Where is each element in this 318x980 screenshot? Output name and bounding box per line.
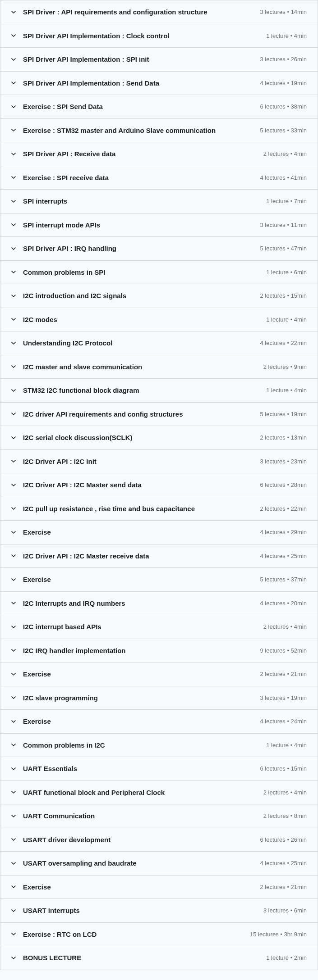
chevron-down-icon xyxy=(11,364,16,369)
section-row[interactable]: I2C Interrupts and IRQ numbers4 lectures… xyxy=(0,592,318,616)
section-left: SPI Driver API : IRQ handling xyxy=(11,244,253,253)
section-title: Exercise xyxy=(23,528,51,537)
section-left: I2C slave programming xyxy=(11,694,253,703)
chevron-down-icon xyxy=(11,436,16,440)
section-row[interactable]: SPI Driver API : Receive data2 lectures … xyxy=(0,142,318,166)
section-title: SPI Driver API : Receive data xyxy=(23,150,115,159)
section-meta: 6 lectures • 28min xyxy=(260,481,307,488)
section-title: SPI Driver API : IRQ handling xyxy=(23,244,116,253)
section-meta: 4 lectures • 20min xyxy=(260,600,307,607)
chevron-down-icon xyxy=(11,790,16,794)
section-meta: 2 lectures • 4min xyxy=(263,150,307,157)
section-row[interactable]: I2C introduction and I2C signals2 lectur… xyxy=(0,284,318,308)
section-left: Exercise xyxy=(11,717,253,726)
section-row[interactable]: USART oversampling and baudrate4 lecture… xyxy=(0,852,318,876)
section-left: UART Essentials xyxy=(11,764,253,773)
section-title: BONUS LECTURE xyxy=(23,953,81,962)
section-meta: 4 lectures • 41min xyxy=(260,174,307,181)
section-row[interactable]: UART Essentials6 lectures • 15min xyxy=(0,757,318,781)
section-row[interactable]: I2C slave programming3 lectures • 19min xyxy=(0,686,318,710)
section-title: I2C modes xyxy=(23,315,57,324)
section-row[interactable]: I2C Driver API : I2C Master send data6 l… xyxy=(0,473,318,497)
section-row[interactable]: Exercise4 lectures • 24min xyxy=(0,710,318,734)
section-title: Exercise : SPI Send Data xyxy=(23,102,103,111)
section-title: UART Essentials xyxy=(23,764,77,773)
section-left: SPI Driver API : Receive data xyxy=(11,150,256,159)
chevron-down-icon xyxy=(11,57,16,62)
section-row[interactable]: UART Communication2 lectures • 8min xyxy=(0,804,318,828)
section-meta: 2 lectures • 4min xyxy=(263,623,307,630)
section-row[interactable]: Exercise : SPI receive data4 lectures • … xyxy=(0,166,318,190)
section-row[interactable]: Exercise4 lectures • 29min xyxy=(0,521,318,544)
section-row[interactable]: Exercise2 lectures • 21min xyxy=(0,876,318,899)
section-title: Exercise : STM32 master and Arduino Slav… xyxy=(23,126,216,135)
section-row[interactable]: I2C modes1 lecture • 4min xyxy=(0,308,318,332)
section-row[interactable]: SPI interrupt mode APIs3 lectures • 11mi… xyxy=(0,213,318,237)
section-row[interactable]: SPI Driver API Implementation : Clock co… xyxy=(0,24,318,48)
section-row[interactable]: Understanding I2C Protocol4 lectures • 2… xyxy=(0,331,318,355)
section-left: STM32 I2C functional block diagram xyxy=(11,386,259,395)
chevron-down-icon xyxy=(11,506,16,511)
section-row[interactable]: Exercise : SPI Send Data6 lectures • 38m… xyxy=(0,95,318,119)
section-title: UART Communication xyxy=(23,812,95,821)
section-row[interactable]: Common problems in I2C1 lecture • 4min xyxy=(0,734,318,758)
section-title: SPI Driver API Implementation : SPI init xyxy=(23,55,149,64)
section-row[interactable]: I2C interrupt based APIs2 lectures • 4mi… xyxy=(0,615,318,639)
chevron-down-icon xyxy=(11,956,16,960)
section-left: I2C IRQ handler implementation xyxy=(11,646,253,655)
section-row[interactable]: I2C Driver API : I2C Init3 lectures • 23… xyxy=(0,450,318,474)
section-row[interactable]: Exercise : STM32 master and Arduino Slav… xyxy=(0,119,318,143)
section-meta: 5 lectures • 33min xyxy=(260,127,307,134)
section-row[interactable]: SPI Driver API : IRQ handling5 lectures … xyxy=(0,237,318,261)
section-row[interactable]: I2C pull up resistance , rise time and b… xyxy=(0,497,318,521)
section-title: I2C Driver API : I2C Init xyxy=(23,457,97,466)
section-title: I2C Driver API : I2C Master receive data xyxy=(23,552,149,561)
section-row[interactable]: SPI Driver : API requirements and config… xyxy=(0,0,318,24)
section-row[interactable]: I2C IRQ handler implementation9 lectures… xyxy=(0,639,318,663)
chevron-down-icon xyxy=(11,601,16,605)
section-row[interactable]: SPI interrupts1 lecture • 7min xyxy=(0,190,318,213)
section-meta: 3 lectures • 11min xyxy=(260,222,307,228)
chevron-down-icon xyxy=(11,459,16,463)
chevron-down-icon xyxy=(11,294,16,298)
chevron-down-icon xyxy=(11,648,16,653)
section-left: I2C modes xyxy=(11,315,259,324)
section-left: SPI Driver API Implementation : SPI init xyxy=(11,55,253,64)
chevron-down-icon xyxy=(11,554,16,558)
section-meta: 1 lecture • 4min xyxy=(266,742,307,749)
section-meta: 4 lectures • 25min xyxy=(260,860,307,867)
section-row[interactable]: Exercise : RTC on LCD15 lectures • 3hr 9… xyxy=(0,923,318,947)
section-title: I2C pull up resistance , rise time and b… xyxy=(23,504,195,513)
chevron-down-icon xyxy=(11,530,16,535)
section-meta: 9 lectures • 52min xyxy=(260,647,307,654)
section-row[interactable]: UART functional block and Peripheral Clo… xyxy=(0,781,318,805)
section-left: SPI interrupt mode APIs xyxy=(11,221,253,230)
section-row[interactable]: USART interrupts3 lectures • 6min xyxy=(0,899,318,923)
section-row[interactable]: BONUS LECTURE1 lecture • 2min xyxy=(0,946,318,970)
section-row[interactable]: Common problems in SPI1 lecture • 6min xyxy=(0,261,318,285)
section-row[interactable]: I2C driver API requirements and config s… xyxy=(0,403,318,426)
section-row[interactable]: I2C serial clock discussion(SCLK)2 lectu… xyxy=(0,426,318,450)
section-row[interactable]: Exercise2 lectures • 21min xyxy=(0,662,318,686)
section-meta: 2 lectures • 15min xyxy=(260,292,307,299)
chevron-down-icon xyxy=(11,222,16,227)
section-meta: 2 lectures • 9min xyxy=(263,363,307,370)
section-title: UART functional block and Peripheral Clo… xyxy=(23,788,165,797)
section-row[interactable]: Exercise5 lectures • 37min xyxy=(0,568,318,592)
section-row[interactable]: I2C Driver API : I2C Master receive data… xyxy=(0,544,318,568)
section-meta: 1 lecture • 4min xyxy=(266,316,307,323)
section-row[interactable]: USART driver development6 lectures • 26m… xyxy=(0,828,318,852)
section-meta: 3 lectures • 6min xyxy=(263,907,307,914)
section-row[interactable]: I2C master and slave communication2 lect… xyxy=(0,355,318,379)
chevron-down-icon xyxy=(11,33,16,38)
section-left: Exercise xyxy=(11,575,253,584)
section-meta: 4 lectures • 19min xyxy=(260,80,307,86)
section-title: I2C serial clock discussion(SCLK) xyxy=(23,433,133,442)
chevron-down-icon xyxy=(11,483,16,487)
section-meta: 4 lectures • 22min xyxy=(260,340,307,346)
section-row[interactable]: SPI Driver API Implementation : SPI init… xyxy=(0,48,318,72)
section-row[interactable]: SPI Driver API Implementation : Send Dat… xyxy=(0,72,318,95)
section-title: Exercise : SPI receive data xyxy=(23,173,109,182)
section-row[interactable]: STM32 I2C functional block diagram1 lect… xyxy=(0,379,318,403)
chevron-down-icon xyxy=(11,246,16,251)
